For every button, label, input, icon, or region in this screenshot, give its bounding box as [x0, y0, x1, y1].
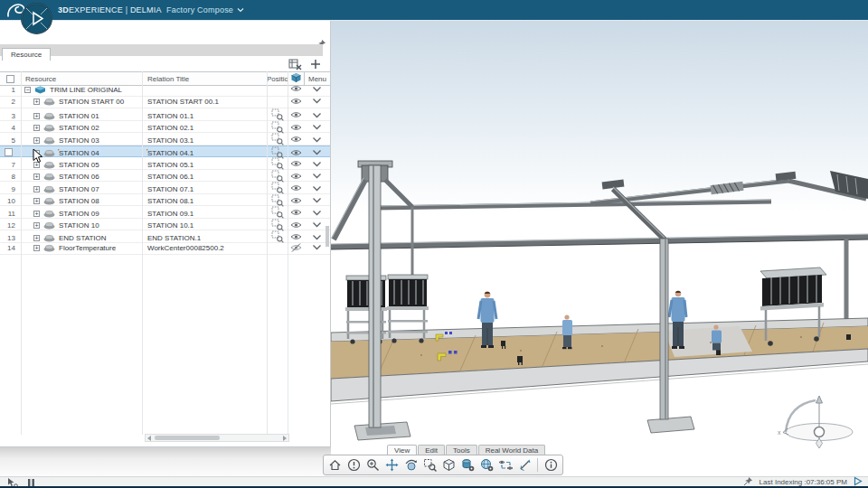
- column-header-menu[interactable]: Menu: [304, 72, 330, 85]
- horizontal-scrollbar[interactable]: [145, 434, 289, 442]
- orbit-icon[interactable]: [402, 456, 420, 474]
- resource-name[interactable]: STATION 02: [59, 124, 99, 132]
- table-row[interactable]: 10 + STATION 08 STATION 08.1: [0, 194, 330, 207]
- select-all-checkbox[interactable]: [6, 75, 14, 83]
- eye-off-icon[interactable]: [290, 243, 302, 254]
- table-row[interactable]: 8 + STATION 06 STATION 06.1: [0, 170, 330, 183]
- row-menu-chevron-icon[interactable]: [312, 86, 322, 94]
- table-row[interactable]: + STATION 04 STATION 04.1: [0, 145, 330, 158]
- expand-toggle[interactable]: −: [24, 87, 31, 93]
- row-menu-chevron-icon[interactable]: [312, 173, 322, 181]
- eye-icon[interactable]: [290, 148, 302, 159]
- eye-icon[interactable]: [290, 208, 302, 219]
- eye-icon[interactable]: [290, 221, 302, 231]
- eye-icon[interactable]: [290, 84, 302, 95]
- visibility-swap-icon[interactable]: [496, 456, 514, 474]
- brand-app-name[interactable]: Factory Compose: [162, 5, 233, 14]
- snap-position-icon[interactable]: [271, 230, 284, 245]
- expand-toggle[interactable]: +: [33, 211, 40, 217]
- vertical-scrollbar-thumb[interactable]: [326, 226, 329, 247]
- row-menu-chevron-icon[interactable]: [312, 185, 322, 193]
- iso-view-icon[interactable]: [440, 456, 458, 474]
- eye-icon[interactable]: [290, 110, 302, 121]
- pause-icon[interactable]: [27, 478, 35, 487]
- row-menu-chevron-icon[interactable]: [312, 161, 322, 169]
- row-menu-chevron-icon[interactable]: [312, 136, 322, 145]
- scroll-right-arrow[interactable]: [283, 436, 287, 441]
- resource-name[interactable]: STATION 06: [59, 173, 99, 181]
- table-row[interactable]: 1 − TRIM LINE ORIGINAL: [0, 84, 330, 97]
- table-row[interactable]: 7 + STATION 05 STATION 05.1: [0, 157, 330, 170]
- expand-toggle[interactable]: +: [33, 113, 40, 119]
- row-menu-chevron-icon[interactable]: [312, 234, 322, 242]
- resource-name[interactable]: STATION 05: [59, 161, 99, 169]
- data-settings-icon[interactable]: [458, 456, 476, 474]
- row-menu-chevron-icon[interactable]: [312, 98, 322, 106]
- row-menu-chevron-icon[interactable]: [312, 221, 322, 230]
- column-header-position[interactable]: Position: [267, 75, 288, 83]
- web-settings-icon[interactable]: [477, 456, 495, 474]
- expand-toggle[interactable]: +: [33, 186, 40, 192]
- expand-toggle[interactable]: +: [33, 245, 40, 251]
- resource-name[interactable]: FloorTemperature: [59, 244, 116, 252]
- scrollbar-thumb[interactable]: [155, 436, 220, 440]
- expand-toggle[interactable]: +: [33, 235, 40, 241]
- info-icon[interactable]: [542, 456, 560, 474]
- eye-icon[interactable]: [290, 123, 302, 134]
- zoom-area-icon[interactable]: [421, 456, 439, 474]
- expand-toggle[interactable]: +: [33, 162, 40, 168]
- expand-toggle[interactable]: +: [33, 137, 40, 144]
- table-row[interactable]: 3 + STATION 01 STATION 01.1: [0, 108, 330, 121]
- row-menu-chevron-icon[interactable]: [312, 244, 322, 252]
- row-menu-chevron-icon[interactable]: [312, 149, 322, 157]
- row-menu-chevron-icon[interactable]: [312, 124, 322, 132]
- scroll-left-arrow[interactable]: [147, 436, 151, 441]
- 3dexperience-compass-icon[interactable]: [20, 2, 53, 35]
- visibility-cube-icon[interactable]: [291, 72, 301, 85]
- table-row[interactable]: 5 + STATION 03 STATION 03.1: [0, 133, 330, 145]
- eye-icon[interactable]: [290, 172, 302, 183]
- eye-icon[interactable]: [290, 159, 302, 170]
- expand-toggle[interactable]: +: [33, 174, 40, 180]
- app-switcher-chevron-icon[interactable]: [237, 7, 244, 13]
- expand-toggle[interactable]: +: [33, 125, 40, 131]
- resource-name[interactable]: STATION 07: [59, 185, 99, 193]
- resource-name[interactable]: STATION 04: [59, 149, 99, 157]
- eye-icon[interactable]: [290, 183, 302, 194]
- row-menu-chevron-icon[interactable]: [312, 210, 322, 218]
- 3d-viewport[interactable]: x: [331, 21, 868, 477]
- factory-scene[interactable]: x: [331, 21, 868, 477]
- tab-resource[interactable]: Resource: [2, 48, 51, 61]
- table-row[interactable]: 12 + STATION 10 STATION 10.1: [0, 219, 330, 231]
- resource-name[interactable]: STATION 10: [59, 221, 99, 230]
- table-row[interactable]: 4 + STATION 02 STATION 02.1: [0, 121, 330, 134]
- expand-toggle[interactable]: +: [33, 99, 40, 105]
- expand-toggle[interactable]: +: [33, 198, 40, 204]
- column-header-resource[interactable]: Resource: [21, 75, 142, 83]
- eye-icon[interactable]: [290, 97, 302, 108]
- table-row[interactable]: 13 + END STATION END STATION.1: [0, 230, 330, 243]
- row-menu-chevron-icon[interactable]: [312, 112, 322, 120]
- measure-icon[interactable]: [515, 456, 533, 474]
- column-header-relation-title[interactable]: Relation Title: [142, 75, 267, 83]
- eye-icon[interactable]: [290, 232, 302, 243]
- add-row-icon[interactable]: [310, 59, 321, 70]
- resource-name[interactable]: STATION 03: [59, 136, 99, 145]
- resource-name[interactable]: END STATION: [59, 234, 107, 242]
- alert-icon[interactable]: [345, 456, 363, 474]
- expand-toggle[interactable]: +: [33, 150, 40, 156]
- table-row[interactable]: 11 + STATION 09 STATION 09.1: [0, 206, 330, 219]
- table-row[interactable]: 2 + STATION START 00 STATION START 00.1: [0, 97, 330, 109]
- eye-icon[interactable]: [290, 196, 302, 207]
- expand-toggle[interactable]: +: [33, 222, 40, 229]
- zoom-icon[interactable]: [364, 456, 382, 474]
- resource-name[interactable]: STATION 09: [59, 210, 99, 218]
- resource-name[interactable]: STATION 01: [59, 112, 99, 120]
- table-clear-icon[interactable]: [288, 58, 302, 70]
- eye-icon[interactable]: [290, 135, 302, 145]
- row-menu-chevron-icon[interactable]: [312, 197, 322, 205]
- row-checkbox[interactable]: [5, 148, 13, 156]
- resource-name[interactable]: STATION 08: [59, 197, 99, 205]
- pan-icon[interactable]: [383, 456, 401, 474]
- table-row[interactable]: 9 + STATION 07 STATION 07.1: [0, 182, 330, 194]
